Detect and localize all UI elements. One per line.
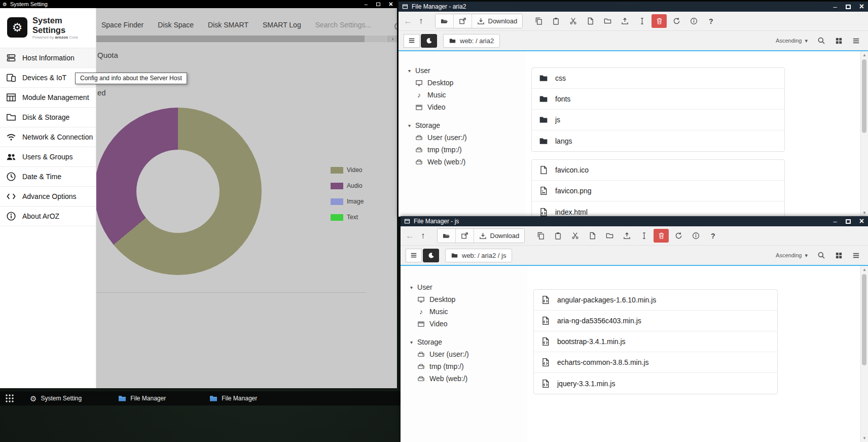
sidebar-item-module-management[interactable]: Module Management <box>0 88 96 108</box>
download-button[interactable]: Download <box>474 229 525 243</box>
tree-item-web-drive[interactable]: Web (web:/) <box>401 372 527 385</box>
file-row-jquery[interactable]: jquery-3.3.1.min.js <box>534 373 777 394</box>
titlebar[interactable]: ⚙ System Setting – × <box>0 0 397 8</box>
tree-item-tmp-drive[interactable]: tmp (tmp:/) <box>399 144 525 156</box>
copy-icon[interactable] <box>530 17 547 25</box>
info-icon[interactable] <box>687 232 704 240</box>
menu-button[interactable] <box>404 34 420 48</box>
new-folder-icon[interactable] <box>601 232 618 240</box>
cut-icon[interactable] <box>566 232 584 240</box>
refresh-icon[interactable] <box>668 17 685 25</box>
close-button[interactable]: × <box>389 1 393 8</box>
help-icon[interactable]: ? <box>702 17 719 25</box>
maximize-button[interactable] <box>846 5 851 9</box>
minimize-button[interactable]: – <box>833 218 837 225</box>
refresh-icon[interactable] <box>670 232 687 240</box>
new-folder-icon[interactable] <box>599 17 616 25</box>
file-row-echarts[interactable]: echarts-common-3.8.5.min.js <box>534 352 777 373</box>
scrollbar-thumb[interactable] <box>862 59 866 133</box>
scroll-right-button[interactable]: › <box>388 36 397 42</box>
rename-icon[interactable] <box>633 17 650 25</box>
paste-icon[interactable] <box>549 232 566 240</box>
tab-disk-space[interactable]: Disk Space <box>158 21 194 29</box>
scrollbar-thumb[interactable] <box>862 274 866 365</box>
tree-section-storage[interactable]: ▾Storage <box>401 336 527 348</box>
upload-icon[interactable] <box>618 232 635 240</box>
sidebar-item-advance-options[interactable]: Advance Options <box>0 187 96 207</box>
sort-order-select[interactable]: Ascending▾ <box>776 252 808 259</box>
cut-icon[interactable] <box>564 17 582 25</box>
up-button[interactable]: ↑ <box>419 17 423 25</box>
folder-row-fonts[interactable]: fonts <box>532 89 784 110</box>
horizontal-scrollbar[interactable] <box>96 36 388 42</box>
dark-mode-button[interactable] <box>423 249 439 262</box>
file-row-index-html[interactable]: index.html <box>532 201 784 217</box>
new-file-icon[interactable] <box>582 17 599 25</box>
scrollbar-thumb[interactable] <box>96 36 365 42</box>
taskbar-item-file-manager-2[interactable]: File Manager <box>209 394 257 402</box>
open-folder-button[interactable] <box>436 14 454 28</box>
back-button[interactable]: ← <box>406 231 414 240</box>
tree-item-music[interactable]: ♪Music <box>399 89 525 101</box>
taskbar-item-file-manager-1[interactable]: File Manager <box>118 394 166 402</box>
scroll-up-icon[interactable]: ▲ <box>861 267 868 272</box>
paste-icon[interactable] <box>547 17 564 25</box>
sidebar-item-host-information[interactable]: Host Information <box>0 48 96 68</box>
info-icon[interactable] <box>685 17 702 25</box>
vertical-scrollbar[interactable]: ▲ ▼ <box>860 266 868 442</box>
back-button[interactable]: ← <box>404 17 412 25</box>
minimize-button[interactable]: – <box>365 2 368 7</box>
up-button[interactable]: ↑ <box>421 231 425 240</box>
titlebar[interactable]: File Manager - js – × <box>401 216 868 226</box>
rename-icon[interactable] <box>635 232 653 240</box>
tree-item-desktop[interactable]: Desktop <box>399 77 525 89</box>
search-icon[interactable] <box>394 23 397 30</box>
tree-item-user-drive[interactable]: User (user:/) <box>399 131 525 144</box>
scroll-down-icon[interactable]: ▼ <box>861 211 868 215</box>
file-row-bootstrap[interactable]: bootstrap-3.4.1.min.js <box>534 331 777 352</box>
delete-button[interactable] <box>654 229 669 243</box>
search-icon[interactable] <box>817 37 825 45</box>
search-icon[interactable] <box>817 251 825 259</box>
open-in-new-button[interactable] <box>456 229 474 243</box>
minimize-button[interactable]: – <box>833 4 837 10</box>
tree-section-storage[interactable]: ▾Storage <box>399 119 525 131</box>
menu-button[interactable] <box>406 249 422 262</box>
help-icon[interactable]: ? <box>704 232 721 240</box>
sort-order-select[interactable]: Ascending▾ <box>776 38 808 44</box>
sidebar-item-users-groups[interactable]: Users & Groups <box>0 147 96 167</box>
file-row-angular[interactable]: angular-packages-1.6.10.min.js <box>534 290 777 311</box>
vertical-scrollbar[interactable]: ▲ ▼ <box>860 51 868 217</box>
tree-item-desktop[interactable]: Desktop <box>401 293 527 305</box>
file-row-favicon-png[interactable]: favicon.png <box>532 181 784 201</box>
close-button[interactable]: × <box>859 217 864 225</box>
delete-button[interactable] <box>652 14 667 28</box>
tree-item-video[interactable]: Video <box>399 101 525 113</box>
scroll-down-icon[interactable]: ▼ <box>861 436 868 440</box>
tree-item-web-drive[interactable]: Web (web:/) <box>399 156 525 168</box>
tree-item-music[interactable]: ♪Music <box>401 305 527 318</box>
tree-item-video[interactable]: Video <box>401 318 527 330</box>
upload-icon[interactable] <box>616 17 633 25</box>
tree-item-user-drive[interactable]: User (user:/) <box>401 348 527 360</box>
sidebar-item-about-aroz[interactable]: About ArOZ <box>0 207 96 226</box>
maximize-button[interactable] <box>376 3 380 6</box>
close-button[interactable]: × <box>859 3 864 11</box>
download-button[interactable]: Download <box>472 14 523 28</box>
tab-disk-smart[interactable]: Disk SMART <box>208 21 248 29</box>
sidebar-item-disk-storage[interactable]: Disk & Storage <box>0 108 96 127</box>
breadcrumb[interactable]: web: / aria2 / js <box>445 249 512 262</box>
tree-section-user[interactable]: ▾User <box>401 281 527 293</box>
open-in-new-button[interactable] <box>454 14 472 28</box>
maximize-button[interactable] <box>846 219 851 224</box>
scroll-up-icon[interactable]: ▲ <box>861 53 868 57</box>
list-view-icon[interactable] <box>852 37 860 45</box>
tab-smart-log[interactable]: SMART Log <box>263 21 301 29</box>
tab-space-finder[interactable]: Space Finder <box>101 21 143 29</box>
list-view-icon[interactable] <box>852 252 860 259</box>
grid-view-icon[interactable] <box>835 37 843 45</box>
sidebar-item-date-time[interactable]: Date & Time <box>0 167 96 187</box>
folder-row-css[interactable]: css <box>532 68 784 89</box>
open-folder-button[interactable] <box>438 229 456 243</box>
folder-row-langs[interactable]: langs <box>532 130 784 151</box>
